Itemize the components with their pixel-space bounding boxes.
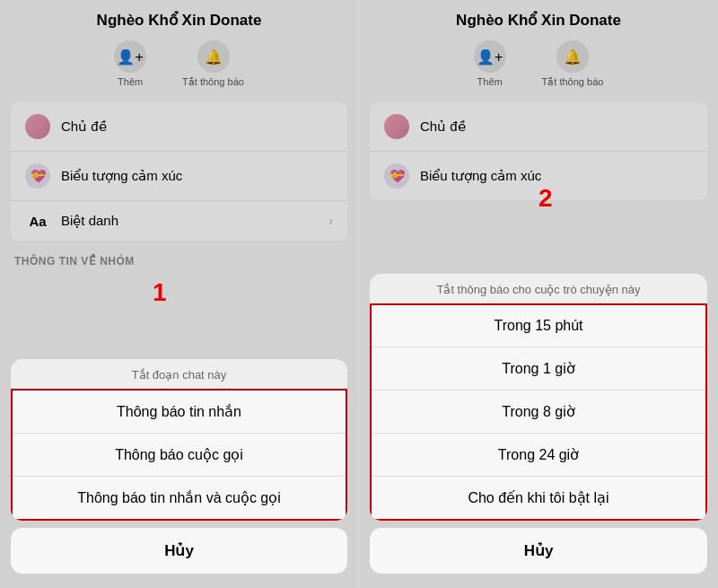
right-modal-cancel[interactable]: Hủy (370, 528, 707, 574)
right-modal-title: Tắt thông báo cho cuộc trò chuyện này (370, 274, 707, 303)
right-modal-container: Tắt thông báo cho cuộc trò chuyện này Tr… (359, 267, 718, 588)
left-modal-box: Tắt đoạn chat này Thông báo tin nhắn Thô… (11, 359, 347, 521)
right-modal-option-4[interactable]: Trong 24 giờ (372, 434, 705, 477)
left-modal-cancel[interactable]: Hủy (11, 528, 347, 574)
right-modal-option-3[interactable]: Trong 8 giờ (372, 391, 705, 434)
badge-2: 2 (538, 184, 553, 213)
left-modal-option-1[interactable]: Thông báo tin nhắn (13, 391, 346, 434)
left-modal-container: Tắt đoạn chat này Thông báo tin nhắn Thô… (0, 352, 358, 588)
right-modal-option-1[interactable]: Trong 15 phút (372, 305, 705, 347)
badge-1: 1 (153, 278, 167, 307)
left-modal-option-2[interactable]: Thông báo cuộc gọi (13, 434, 346, 477)
left-modal-overlay: Tắt đoạn chat này Thông báo tin nhắn Thô… (0, 0, 358, 588)
left-modal-option-3[interactable]: Thông báo tin nhắn và cuộc gọi (13, 477, 346, 519)
right-modal-box: Tắt thông báo cho cuộc trò chuyện này Tr… (370, 274, 707, 521)
left-modal-title: Tắt đoạn chat này (11, 359, 347, 389)
left-panel: Nghèo Khổ Xin Donate 👤+ Thêm 🔔 Tắt thông… (0, 0, 359, 588)
right-modal-option-2[interactable]: Trong 1 giờ (372, 347, 705, 391)
right-modal-overlay: Tắt thông báo cho cuộc trò chuyện này Tr… (359, 0, 718, 588)
right-panel: Nghèo Khổ Xin Donate 👤+ Thêm 🔔 Tắt thông… (359, 0, 718, 588)
right-modal-option-5[interactable]: Cho đến khi tôi bật lại (372, 477, 705, 519)
